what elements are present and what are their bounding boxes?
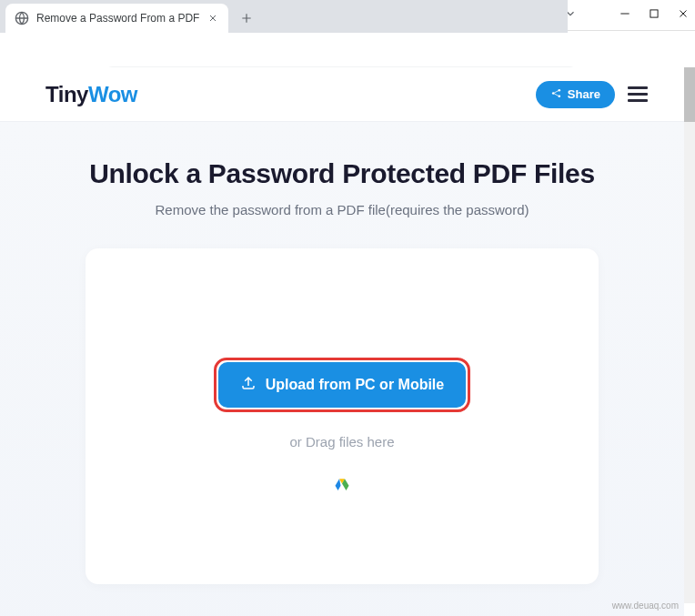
share-button[interactable]: Share — [536, 81, 615, 108]
upload-icon — [240, 375, 257, 395]
svg-rect-1 — [650, 9, 658, 16]
drag-text: or Drag files here — [289, 434, 394, 449]
svg-point-10 — [552, 92, 555, 95]
new-tab-button[interactable] — [234, 5, 259, 31]
globe-icon — [15, 11, 29, 25]
minimize-icon[interactable] — [619, 7, 631, 24]
site-header: TinyWow Share — [0, 67, 684, 122]
browser-tab[interactable]: Remove a Password From a PDF — [5, 4, 228, 33]
watermark: www.deuaq.com — [612, 601, 679, 611]
scrollbar-track[interactable] — [684, 67, 695, 603]
main-content: Unlock a Password Protected PDF Files Re… — [0, 122, 684, 616]
hamburger-menu[interactable] — [628, 86, 648, 102]
close-icon[interactable] — [206, 12, 219, 25]
google-drive-icon[interactable] — [334, 477, 350, 493]
page-subtitle: Remove the password from a PDF file(requ… — [0, 202, 684, 217]
page-content: TinyWow Share Unlock a Password Protecte… — [0, 67, 684, 616]
svg-point-12 — [558, 95, 560, 97]
tab-title: Remove a Password From a PDF — [36, 12, 199, 25]
close-window-icon[interactable] — [677, 7, 690, 24]
svg-point-11 — [558, 88, 560, 91]
share-icon — [550, 87, 562, 102]
page-title: Unlock a Password Protected PDF Files — [0, 158, 684, 189]
upload-button-highlight: Upload from PC or Mobile — [214, 358, 470, 412]
browser-tab-bar: Remove a Password From a PDF — [0, 0, 568, 33]
upload-card[interactable]: Upload from PC or Mobile or Drag files h… — [86, 248, 599, 584]
logo[interactable]: TinyWow — [45, 82, 137, 107]
upload-button[interactable]: Upload from PC or Mobile — [218, 362, 466, 408]
scrollbar-thumb[interactable] — [684, 67, 695, 122]
maximize-icon[interactable] — [648, 7, 660, 24]
